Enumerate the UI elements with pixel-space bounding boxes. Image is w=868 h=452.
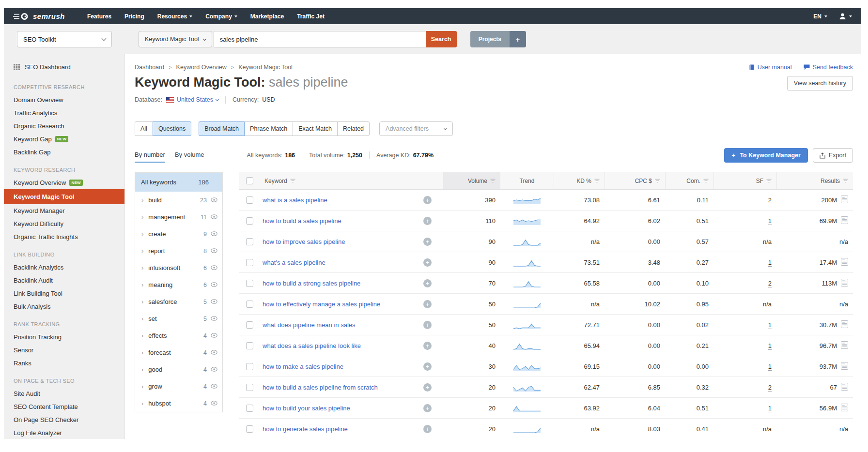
sidebar-item-keyword-difficulty[interactable]: Keyword Difficulty: [4, 217, 124, 230]
sidebar-item-organic-traffic-insights[interactable]: Organic Traffic Insights: [4, 230, 124, 243]
chevron-right-icon[interactable]: ›: [141, 282, 143, 288]
eye-icon[interactable]: [211, 383, 217, 390]
sidebar-item-on-page-seo-checker[interactable]: On Page SEO Checker: [4, 413, 124, 426]
nav-item-company[interactable]: Company: [205, 13, 237, 20]
group-item-management[interactable]: ›management11: [135, 209, 222, 226]
advanced-filters-dropdown[interactable]: Advanced filters: [379, 121, 453, 136]
row-checkbox[interactable]: [246, 363, 253, 370]
add-keyword-icon[interactable]: +: [423, 383, 432, 392]
sidebar-item-keyword-magic-tool[interactable]: Keyword Magic Tool: [4, 189, 124, 204]
select-all-checkbox[interactable]: [246, 177, 253, 184]
nav-item-features[interactable]: Features: [87, 13, 111, 20]
group-item-build[interactable]: ›build23: [135, 192, 222, 209]
group-item-effects[interactable]: ›effects4: [135, 327, 222, 344]
sort-filter-icon[interactable]: [703, 178, 709, 184]
sort-by-number-tab[interactable]: By number: [135, 151, 165, 163]
tab-broad-match[interactable]: Broad Match: [199, 121, 245, 136]
tool-select-dropdown[interactable]: Keyword Magic Tool: [139, 31, 212, 47]
add-keyword-icon[interactable]: +: [423, 279, 432, 287]
group-item-create[interactable]: ›create9: [135, 226, 222, 242]
serp-icon[interactable]: [841, 258, 848, 267]
chevron-right-icon[interactable]: ›: [141, 231, 143, 237]
serp-icon[interactable]: [841, 320, 848, 330]
eye-icon[interactable]: [211, 349, 217, 356]
serp-icon[interactable]: [841, 196, 848, 205]
add-keyword-icon[interactable]: +: [423, 217, 432, 225]
chevron-right-icon[interactable]: ›: [141, 383, 143, 390]
keyword-link[interactable]: what is a sales pipeline: [263, 196, 327, 204]
serp-icon[interactable]: [841, 341, 848, 350]
sf-value-link[interactable]: 1: [768, 342, 772, 350]
nav-item-traffic-jet[interactable]: Traffic Jet: [297, 13, 325, 20]
chevron-right-icon[interactable]: ›: [141, 400, 143, 407]
eye-icon[interactable]: [211, 400, 217, 407]
eye-icon[interactable]: [211, 281, 217, 288]
row-checkbox[interactable]: [246, 321, 253, 329]
send-feedback-link[interactable]: Send feedback: [804, 64, 853, 71]
keyword-link[interactable]: what's a sales pipeline: [263, 259, 326, 266]
sf-value-link[interactable]: 2: [768, 384, 772, 392]
column-header-com[interactable]: Com.: [665, 172, 713, 189]
search-button[interactable]: Search: [426, 31, 457, 47]
tab-exact-match[interactable]: Exact Match: [293, 121, 338, 136]
language-selector[interactable]: EN: [813, 13, 827, 20]
group-item-good[interactable]: ›good4: [135, 361, 222, 378]
eye-icon[interactable]: [211, 315, 217, 322]
keyword-link[interactable]: how to build a sales pipeline from scrat…: [263, 384, 378, 391]
chevron-right-icon[interactable]: ›: [141, 349, 143, 356]
row-checkbox[interactable]: [246, 405, 253, 412]
eye-icon[interactable]: [211, 196, 217, 204]
group-item-meaning[interactable]: ›meaning6: [135, 276, 222, 293]
to-keyword-manager-button[interactable]: + To Keyword Manager: [724, 148, 808, 163]
user-manual-link[interactable]: User manual: [749, 64, 792, 71]
column-header-cpc[interactable]: CPC $: [604, 172, 665, 189]
keyword-link[interactable]: what does a sales pipeline look like: [263, 342, 361, 349]
semrush-logo[interactable]: semrush: [13, 12, 65, 20]
group-item-grow[interactable]: ›grow4: [135, 378, 222, 395]
group-item-hubspot[interactable]: ›hubspot4: [135, 395, 222, 412]
keyword-link[interactable]: how to improve sales pipeline: [263, 238, 345, 245]
sidebar-item-traffic-analytics[interactable]: Traffic Analytics: [4, 106, 124, 120]
chevron-right-icon[interactable]: ›: [141, 316, 143, 322]
keyword-link[interactable]: what does pipeline mean in sales: [263, 321, 356, 329]
sidebar-item-sensor[interactable]: Sensor: [4, 344, 124, 357]
chevron-right-icon[interactable]: ›: [141, 265, 143, 271]
projects-button[interactable]: Projects +: [470, 31, 526, 47]
sidebar-item-domain-overview[interactable]: Domain Overview: [4, 93, 124, 106]
add-keyword-icon[interactable]: +: [423, 342, 432, 350]
group-item-infusionsoft[interactable]: ›infusionsoft6: [135, 259, 222, 276]
chevron-right-icon[interactable]: ›: [141, 214, 143, 220]
database-selector[interactable]: United States: [166, 96, 218, 103]
sidebar-item-backlink-audit[interactable]: Backlink Audit: [4, 274, 124, 287]
sf-value-link[interactable]: 1: [768, 217, 772, 225]
projects-label[interactable]: Projects: [470, 31, 510, 47]
chevron-right-icon[interactable]: ›: [141, 332, 143, 339]
sidebar-item-seo-dashboard[interactable]: SEO Dashboard: [4, 58, 124, 76]
sort-filter-icon[interactable]: [290, 178, 295, 184]
tab-phrase-match[interactable]: Phrase Match: [244, 121, 293, 136]
keyword-link[interactable]: how to effectively manage a sales pipeli…: [263, 301, 380, 308]
keyword-link[interactable]: how to make a sales pipeline: [263, 363, 343, 370]
add-keyword-icon[interactable]: +: [423, 196, 432, 204]
view-search-history-button[interactable]: View search history: [787, 76, 853, 90]
sidebar-item-ranks[interactable]: Ranks: [4, 357, 124, 370]
keyword-link[interactable]: how to build a strong sales pipeline: [263, 280, 360, 287]
group-item-set[interactable]: ›set5: [135, 310, 222, 327]
sidebar-item-backlink-analytics[interactable]: Backlink Analytics: [4, 261, 124, 274]
sf-value-link[interactable]: 1: [768, 363, 772, 371]
tab-questions[interactable]: Questions: [153, 121, 191, 136]
column-header-keyword[interactable]: Keyword: [260, 172, 443, 189]
sidebar-item-site-audit[interactable]: Site Audit: [4, 387, 124, 400]
sort-filter-icon[interactable]: [594, 178, 600, 184]
row-checkbox[interactable]: [246, 301, 253, 308]
sidebar-item-link-building-tool[interactable]: Link Building Tool: [4, 287, 124, 300]
sidebar-item-log-file-analyzer[interactable]: Log File Analyzer: [4, 426, 124, 439]
sidebar-item-position-tracking[interactable]: Position Tracking: [4, 331, 124, 344]
eye-icon[interactable]: [211, 230, 217, 238]
tab-all[interactable]: All: [135, 121, 153, 136]
chevron-right-icon[interactable]: ›: [141, 299, 143, 305]
column-header-results[interactable]: Results: [776, 172, 853, 189]
sidebar-item-organic-research[interactable]: Organic Research: [4, 120, 124, 133]
breadcrumb-dashboard[interactable]: Dashboard: [135, 64, 164, 71]
sidebar-item-keyword-manager[interactable]: Keyword Manager: [4, 204, 124, 217]
